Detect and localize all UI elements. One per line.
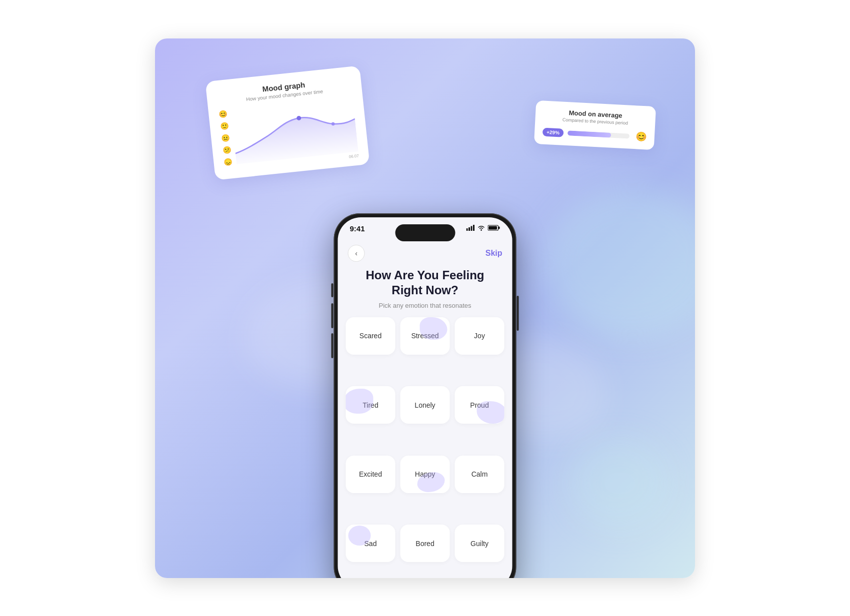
emotion-label-sad: Sad [364,540,377,548]
signal-icon [466,225,475,232]
power-button[interactable] [517,296,519,331]
emotion-label-excited: Excited [359,470,382,478]
emotion-excited[interactable]: Excited [346,456,396,493]
phone-outer: 9:41 [334,213,516,578]
avg-row: +29% 😊 [542,126,647,142]
phone-nav: ‹ Skip [338,241,512,264]
status-icons [466,225,500,232]
emotion-label-tired: Tired [362,401,378,409]
svg-rect-7 [498,226,500,229]
emotion-label-happy: Happy [415,470,435,478]
emotion-guilty[interactable]: Guilty [455,525,504,562]
emotion-sad[interactable]: Sad [346,525,396,562]
volume-up-button[interactable] [332,283,334,297]
emotion-label-lonely: Lonely [414,401,435,409]
svg-rect-4 [471,226,472,231]
skip-button[interactable]: Skip [486,249,502,258]
bg-blob-3 [545,188,695,338]
dynamic-island [395,224,455,241]
outer-frame: Mood graph How your mood changes over ti… [155,38,695,578]
wifi-icon [478,225,486,232]
avg-bar-fill [568,130,611,138]
y-icon-sad: 😕 [222,146,231,154]
svg-rect-8 [488,226,497,229]
svg-rect-2 [466,228,468,231]
y-icon-neutral: 😐 [221,134,230,142]
emotion-bored[interactable]: Bored [400,525,450,562]
graph-area: 😊 🙂 😐 😕 😞 [218,97,358,166]
y-icon-very-sad: 😞 [224,158,232,166]
emotion-label-joy: Joy [474,332,485,340]
emotion-tired[interactable]: Tired [346,386,396,424]
emotion-scared[interactable]: Scared [346,317,396,355]
emotion-label-proud: Proud [470,401,488,409]
phone-screen: 9:41 [338,217,512,578]
mood-graph-card: Mood graph How your mood changes over ti… [206,65,370,180]
mood-avg-card: Mood on average Compared to the previous… [534,100,656,149]
emotion-happy[interactable]: Happy [400,456,450,493]
battery-icon [488,225,500,232]
emotion-label-scared: Scared [360,332,382,340]
graph-y-axis: 😊 🙂 😐 😕 😞 [218,110,232,165]
main-title: How Are You FeelingRight Now? [346,268,504,298]
emotion-proud[interactable]: Proud [455,386,504,424]
back-button[interactable]: ‹ [348,245,365,262]
mute-button[interactable] [332,333,334,358]
svg-rect-3 [468,227,470,231]
avg-emoji: 😊 [635,131,646,142]
emotion-label-guilty: Guilty [470,540,488,548]
emotion-lonely[interactable]: Lonely [400,386,450,424]
emotion-label-bored: Bored [416,540,434,548]
bg-blob-4 [570,438,670,528]
y-icon-happy: 😊 [218,110,228,118]
emotion-label-calm: Calm [472,470,488,478]
sub-title: Pick any emotion that resonates [346,302,504,309]
phone-wrapper: 9:41 [334,213,516,578]
avg-badge: +29% [542,127,564,137]
svg-rect-5 [473,225,474,231]
emotion-calm[interactable]: Calm [455,456,504,493]
emotion-grid: Scared Stressed Joy Tired [346,317,504,578]
volume-down-button[interactable] [332,303,334,328]
graph-svg-area [231,97,358,164]
y-icon-neutral-up: 🙂 [220,122,228,130]
phone-content: How Are You FeelingRight Now? Pick any e… [338,264,512,578]
emotion-joy[interactable]: Joy [455,317,504,355]
svg-point-1 [331,122,334,125]
status-time: 9:41 [350,224,365,233]
emotion-label-stressed: Stressed [411,332,438,340]
emotion-stressed[interactable]: Stressed [400,317,450,355]
avg-bar-container [568,130,630,138]
